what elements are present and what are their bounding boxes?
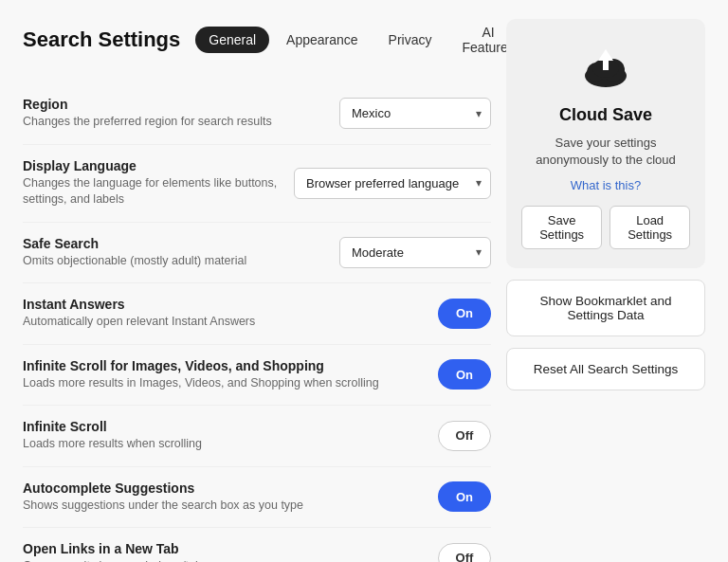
setting-row-infinite-scroll-images: Infinite Scroll for Images, Videos, and … [23,345,491,407]
settings-list: Region Changes the preferred region for … [23,83,491,562]
setting-desc-region: Changes the preferred region for search … [23,114,324,131]
setting-label-autocomplete: Autocomplete Suggestions [23,480,423,496]
reset-button[interactable]: Reset All Search Settings [506,348,705,390]
setting-desc-safe-search: Omits objectionable (mostly adult) mater… [23,253,324,270]
setting-desc-display-language: Changes the language for elements like b… [23,175,279,208]
setting-desc-autocomplete: Shows suggestions under the search box a… [23,498,423,515]
header: Search Settings General Appearance Priva… [23,19,491,61]
tab-privacy[interactable]: Privacy [375,27,446,53]
setting-row-autocomplete: Autocomplete Suggestions Shows suggestio… [23,467,491,529]
cloud-save-buttons: Save Settings Load Settings [521,206,690,249]
setting-info-display-language: Display Language Changes the language fo… [23,158,294,208]
display-language-select-wrapper: Browser preferred language English Spani… [294,168,491,199]
cloud-save-desc: Save your settings anonymously to the cl… [521,135,690,169]
setting-info-infinite-scroll: Infinite Scroll Loads more results when … [23,419,438,453]
setting-row-region: Region Changes the preferred region for … [23,83,491,145]
setting-info-safe-search: Safe Search Omits objectionable (mostly … [23,236,339,270]
infinite-scroll-toggle[interactable]: Off [438,421,491,451]
setting-row-safe-search: Safe Search Omits objectionable (mostly … [23,223,491,284]
setting-info-open-links: Open Links in a New Tab Opens results in… [23,541,438,562]
cloud-save-what-link[interactable]: What is this? [571,178,641,192]
open-links-toggle[interactable]: Off [438,543,491,562]
cloud-upload-icon [577,42,634,92]
setting-row-open-links: Open Links in a New Tab Opens results in… [23,528,491,562]
svg-marker-5 [598,49,613,61]
display-language-select[interactable]: Browser preferred language English Spani… [294,168,491,199]
autocomplete-toggle[interactable]: On [438,481,491,512]
instant-answers-toggle[interactable]: On [438,299,491,329]
main-content: Search Settings General Appearance Priva… [23,19,491,562]
safe-search-select-wrapper: Moderate Strict Off [339,237,491,268]
setting-row-instant-answers: Instant Answers Automatically open relev… [23,283,491,345]
setting-desc-infinite-scroll-images: Loads more results in Images, Videos, an… [23,375,423,392]
setting-label-infinite-scroll-images: Infinite Scroll for Images, Videos, and … [23,358,423,373]
setting-label-region: Region [23,97,324,112]
setting-desc-open-links: Opens results in new windows/tabs [23,558,423,562]
setting-label-instant-answers: Instant Answers [23,297,423,312]
region-select[interactable]: Mexico United States United Kingdom Germ… [339,98,491,129]
safe-search-select[interactable]: Moderate Strict Off [339,237,491,268]
sidebar: Cloud Save Save your settings anonymousl… [506,19,705,562]
setting-info-infinite-scroll-images: Infinite Scroll for Images, Videos, and … [23,358,438,392]
save-settings-button[interactable]: Save Settings [521,206,602,249]
setting-label-infinite-scroll: Infinite Scroll [23,419,423,434]
page-title: Search Settings [23,27,180,52]
cloud-save-title: Cloud Save [559,105,652,125]
bookmarklet-button[interactable]: Show Bookmarklet and Settings Data [506,280,705,336]
tab-appearance[interactable]: Appearance [273,27,372,53]
tab-general[interactable]: General [195,27,269,53]
setting-row-infinite-scroll: Infinite Scroll Loads more results when … [23,406,491,467]
tabs-nav: General Appearance Privacy AI Features [195,19,527,61]
setting-desc-instant-answers: Automatically open relevant Instant Answ… [23,314,423,331]
cloud-save-card: Cloud Save Save your settings anonymousl… [506,19,705,268]
setting-row-display-language: Display Language Changes the language fo… [23,145,491,223]
setting-info-instant-answers: Instant Answers Automatically open relev… [23,297,438,331]
infinite-scroll-images-toggle[interactable]: On [438,359,491,390]
load-settings-button[interactable]: Load Settings [610,206,690,249]
setting-label-display-language: Display Language [23,158,279,173]
setting-info-region: Region Changes the preferred region for … [23,97,339,131]
region-select-wrapper: Mexico United States United Kingdom Germ… [339,98,491,129]
setting-label-safe-search: Safe Search [23,236,324,251]
setting-label-open-links: Open Links in a New Tab [23,541,423,556]
setting-desc-infinite-scroll: Loads more results when scrolling [23,436,423,453]
setting-info-autocomplete: Autocomplete Suggestions Shows suggestio… [23,480,438,515]
